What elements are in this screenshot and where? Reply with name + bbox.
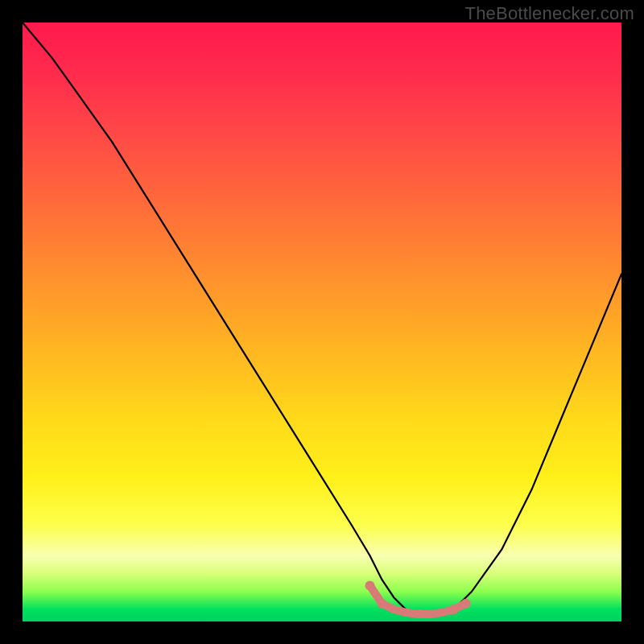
watermark-text: TheBottlenecker.com: [465, 3, 634, 24]
plot-area: [23, 23, 621, 621]
highlight-dot: [377, 599, 386, 609]
chart-frame: TheBottlenecker.com: [0, 0, 644, 644]
bottleneck-curve: [23, 23, 621, 616]
highlight-dot: [449, 605, 459, 614]
highlight-dot: [365, 580, 375, 590]
highlight-dot: [461, 599, 471, 609]
curve-layer: [23, 23, 621, 621]
